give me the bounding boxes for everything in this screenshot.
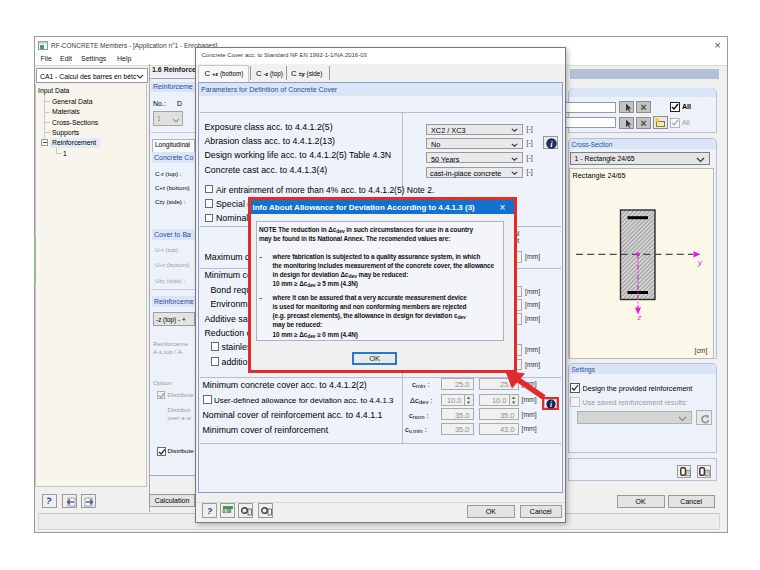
svg-text:y: y — [697, 258, 703, 267]
svg-text:z: z — [637, 312, 642, 321]
